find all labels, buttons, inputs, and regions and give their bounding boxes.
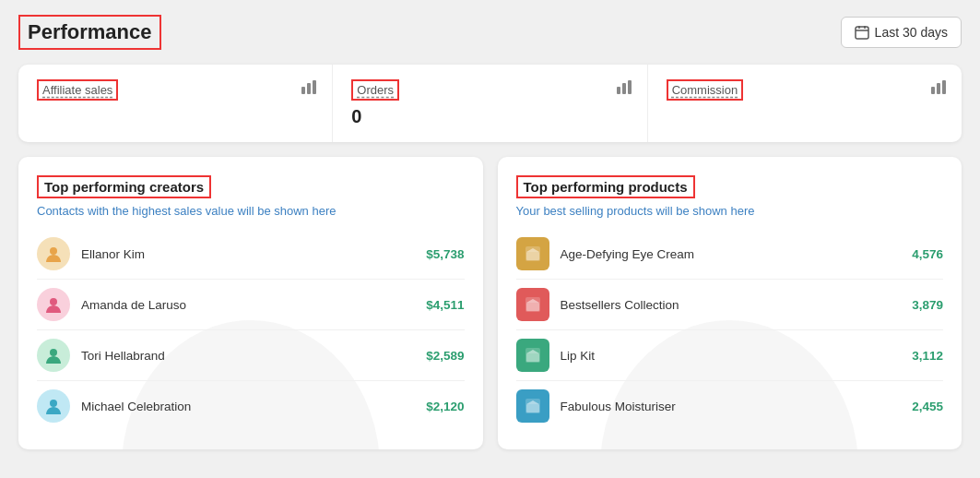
creator-name: Ellanor Kim — [81, 247, 415, 261]
stat-label-orders: Orders — [351, 79, 399, 101]
products-panel: Top performing products Your best sellin… — [498, 157, 962, 449]
avatar — [37, 389, 70, 423]
stat-card-commission: Commission — [648, 65, 962, 142]
svg-rect-24 — [526, 404, 539, 412]
bar-chart-icon-1 — [301, 79, 317, 101]
bar-chart-icon-2 — [616, 79, 632, 101]
product-icon — [516, 288, 549, 321]
creator-value: $2,120 — [426, 400, 464, 413]
product-icon — [516, 389, 549, 423]
list-item: Michael Celebration $2,120 — [37, 381, 465, 431]
svg-rect-8 — [622, 83, 626, 94]
bar-chart-icon-3 — [930, 79, 947, 101]
creator-value: $5,738 — [426, 247, 464, 261]
list-item: Tori Hellabrand $2,589 — [37, 330, 465, 381]
svg-rect-7 — [617, 87, 620, 94]
product-value: 3,112 — [912, 349, 943, 363]
creator-name: Amanda de Laruso — [81, 298, 415, 312]
svg-point-13 — [50, 247, 57, 255]
svg-rect-22 — [526, 353, 539, 362]
list-item: Amanda de Laruso $4,511 — [37, 280, 465, 330]
stat-card-affiliate-sales: Affiliate sales — [18, 65, 333, 142]
list-item: Age-Defying Eye Cream 4,576 — [516, 229, 944, 280]
svg-rect-18 — [526, 252, 539, 260]
product-icon — [516, 339, 549, 372]
stats-row: Affiliate sales Orders 0 — [18, 65, 962, 142]
svg-rect-4 — [301, 87, 305, 94]
stat-card-orders: Orders 0 — [333, 65, 647, 142]
svg-point-14 — [50, 298, 57, 305]
creators-panel: Top performing creators Contacts with th… — [18, 157, 483, 449]
svg-point-16 — [50, 400, 57, 407]
svg-rect-5 — [307, 83, 311, 94]
avatar — [37, 237, 70, 270]
svg-point-15 — [50, 349, 57, 356]
creator-name: Michael Celebration — [81, 400, 415, 413]
list-item: Bestsellers Collection 3,879 — [516, 280, 944, 330]
creators-panel-subtitle: Contacts with the highest sales value wi… — [37, 204, 465, 218]
svg-rect-11 — [937, 83, 940, 94]
creator-value: $2,589 — [426, 349, 464, 363]
svg-rect-10 — [931, 87, 935, 94]
avatar — [37, 339, 70, 372]
product-name: Bestsellers Collection — [561, 298, 902, 312]
stat-value-orders: 0 — [351, 106, 628, 127]
creators-panel-title: Top performing creators — [37, 175, 211, 198]
product-name: Lip Kit — [561, 349, 902, 363]
date-range-button[interactable]: Last 30 days — [841, 17, 962, 48]
products-list: Age-Defying Eye Cream 4,576 Bestsellers … — [516, 229, 944, 431]
product-name: Age-Defying Eye Cream — [561, 247, 902, 261]
list-item: Fabulous Moisturiser 2,455 — [516, 381, 944, 431]
stat-label-commission: Commission — [667, 79, 744, 101]
product-name: Fabulous Moisturiser — [561, 400, 902, 413]
calendar-icon — [855, 25, 869, 40]
products-panel-title: Top performing products — [516, 175, 695, 198]
creator-value: $4,511 — [426, 298, 464, 312]
product-icon — [516, 237, 549, 270]
page-title: Performance — [18, 15, 161, 50]
svg-rect-12 — [942, 80, 946, 94]
svg-rect-6 — [313, 80, 316, 94]
creator-name: Tori Hellabrand — [81, 349, 415, 363]
svg-rect-20 — [526, 303, 539, 311]
panels-row: Top performing creators Contacts with th… — [18, 157, 962, 449]
list-item: Lip Kit 3,112 — [516, 330, 944, 381]
stat-label-affiliate-sales: Affiliate sales — [37, 79, 118, 101]
creators-list: Ellanor Kim $5,738 Amanda de Laruso $4,5… — [37, 229, 465, 431]
list-item: Ellanor Kim $5,738 — [37, 229, 465, 280]
page-header: Performance Last 30 days — [18, 15, 962, 50]
svg-rect-9 — [628, 80, 632, 94]
avatar — [37, 288, 70, 321]
product-value: 3,879 — [912, 298, 943, 312]
product-value: 2,455 — [912, 400, 943, 413]
svg-rect-0 — [856, 27, 868, 39]
product-value: 4,576 — [912, 247, 943, 261]
products-panel-subtitle: Your best selling products will be shown… — [516, 204, 944, 218]
date-range-label: Last 30 days — [875, 25, 948, 40]
